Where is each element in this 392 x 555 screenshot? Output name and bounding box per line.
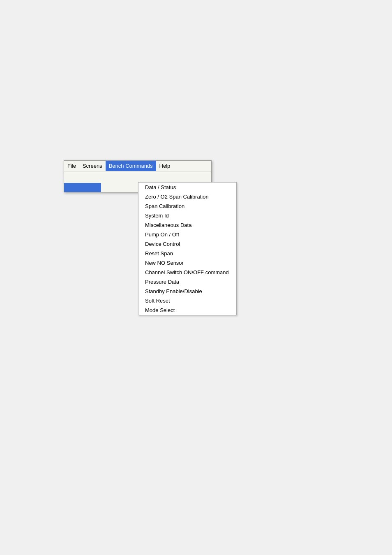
dropdown-item-mode-select[interactable]: Mode Select [138,305,236,315]
dropdown-item-pump-on-off[interactable]: Pump On / Off [138,230,236,239]
content-area: Data / Status Zero / O2 Span Calibration… [64,171,211,192]
dropdown-menu: Data / Status Zero / O2 Span Calibration… [138,182,237,315]
dropdown-item-data-status[interactable]: Data / Status [138,183,236,192]
dropdown-item-device-control[interactable]: Device Control [138,239,236,249]
dropdown-item-span-calibration[interactable]: Span Calibration [138,201,236,211]
dropdown-item-miscellaneous-data[interactable]: Miscellaneous Data [138,220,236,230]
dropdown-item-channel-switch[interactable]: Channel Switch ON/OFF command [138,268,236,277]
sidebar-panel [64,171,101,192]
dropdown-item-zero-o2-span[interactable]: Zero / O2 Span Calibration [138,192,236,201]
dropdown-item-system-id[interactable]: System Id [138,211,236,220]
sidebar-blue-bar [64,183,101,192]
menu-item-bench-commands[interactable]: Bench Commands [106,161,156,171]
app-window: File Screens Bench Commands Help Data / … [64,160,212,192]
menu-item-help[interactable]: Help [156,161,174,171]
menu-item-file[interactable]: File [64,161,79,171]
dropdown-item-standby-enable[interactable]: Standby Enable/Disable [138,287,236,296]
dropdown-item-pressure-data[interactable]: Pressure Data [138,277,236,287]
menubar: File Screens Bench Commands Help [64,161,211,171]
dropdown-item-new-no-sensor[interactable]: New NO Sensor [138,258,236,268]
menu-item-screens[interactable]: Screens [79,161,106,171]
dropdown-item-soft-reset[interactable]: Soft Reset [138,296,236,305]
dropdown-item-reset-span[interactable]: Reset Span [138,249,236,258]
